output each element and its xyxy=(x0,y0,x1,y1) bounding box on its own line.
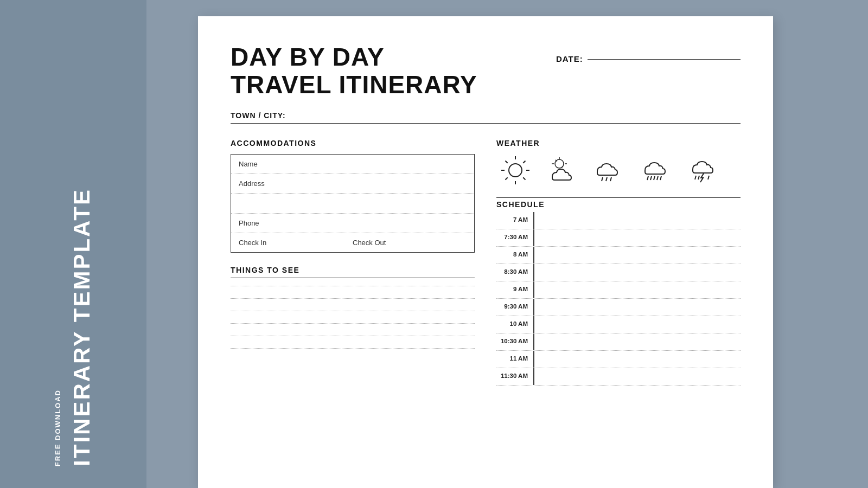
schedule-section: SCHEDULE 7 AM 7:30 AM 8 AM xyxy=(496,197,741,386)
schedule-row-5: 9:30 AM xyxy=(496,299,741,316)
svg-line-18 xyxy=(647,176,648,180)
checkin-label: Check In xyxy=(239,239,266,247)
schedule-row-2: 8 AM xyxy=(496,247,741,264)
schedule-content-8 xyxy=(534,351,741,357)
svg-line-8 xyxy=(506,177,508,179)
schedule-time-4: 9 AM xyxy=(496,281,533,294)
svg-line-17 xyxy=(610,177,611,181)
accommodation-address-label: Address xyxy=(239,179,265,188)
accommodations-title: ACCOMMODATIONS xyxy=(231,139,475,147)
heavy-rain-icon xyxy=(640,154,678,187)
checkin-item: Check In xyxy=(239,239,353,247)
page-header: DAY BY DAY TRAVEL ITINERARY DATE: xyxy=(231,43,741,98)
sidebar: FREE DOWNLOAD ITINERARY TEMPLATE xyxy=(0,0,146,488)
schedule-content-4 xyxy=(534,281,741,288)
svg-line-5 xyxy=(506,161,508,163)
schedule-title: SCHEDULE xyxy=(496,198,741,209)
partly-cloudy-rain-icon xyxy=(592,154,630,187)
things-line-3 xyxy=(231,309,475,311)
schedule-time-3: 8:30 AM xyxy=(496,264,533,277)
schedule-row-3: 8:30 AM xyxy=(496,264,741,281)
schedule-time-6: 10 AM xyxy=(496,316,533,329)
checkout-label: Check Out xyxy=(353,239,386,247)
svg-line-19 xyxy=(650,176,652,180)
accommodation-checkin-row: Check In Check Out xyxy=(231,233,474,252)
town-city-label: TOWN / CITY: xyxy=(231,111,286,120)
date-label: DATE: xyxy=(556,54,583,63)
storm-icon xyxy=(687,154,725,187)
sunny-icon xyxy=(496,154,534,187)
schedule-time-5: 9:30 AM xyxy=(496,299,533,312)
schedule-row-0: 7 AM xyxy=(496,212,741,229)
schedule-time-1: 7:30 AM xyxy=(496,229,533,242)
schedule-time-7: 10:30 AM xyxy=(496,333,533,346)
sidebar-title: ITINERARY TEMPLATE xyxy=(71,188,93,466)
svg-line-15 xyxy=(602,177,603,181)
schedule-row-6: 10 AM xyxy=(496,316,741,333)
svg-line-23 xyxy=(695,176,696,179)
schedule-content-9 xyxy=(534,368,741,375)
cloudy-icon xyxy=(544,154,582,187)
things-line-5 xyxy=(231,333,475,336)
things-line-1 xyxy=(231,284,475,286)
svg-line-7 xyxy=(523,161,525,163)
things-to-see-title: THINGS TO SEE xyxy=(231,266,475,278)
weather-title: WEATHER xyxy=(496,139,741,147)
weather-section: WEATHER xyxy=(496,139,741,187)
schedule-row-4: 9 AM xyxy=(496,281,741,299)
accommodation-address-spacer xyxy=(231,194,474,214)
things-line-2 xyxy=(231,296,475,299)
svg-line-6 xyxy=(523,177,525,179)
schedule-time-8: 11 AM xyxy=(496,351,533,364)
schedule-row-7: 10:30 AM xyxy=(496,333,741,351)
page-title: DAY BY DAY TRAVEL ITINERARY xyxy=(231,43,477,98)
svg-line-16 xyxy=(606,177,607,181)
things-line-6 xyxy=(231,346,475,349)
weather-icons xyxy=(496,154,741,187)
accommodation-name-label: Name xyxy=(239,160,258,168)
document-page: DAY BY DAY TRAVEL ITINERARY DATE: TOWN /… xyxy=(198,16,773,488)
schedule-content-6 xyxy=(534,316,741,323)
schedule-content-7 xyxy=(534,333,741,340)
accommodation-phone-row: Phone xyxy=(231,214,474,233)
schedule-time-2: 8 AM xyxy=(496,247,533,260)
accommodations-box: Name Address Phone Check In Chec xyxy=(231,154,475,253)
sidebar-text: FREE DOWNLOAD ITINERARY TEMPLATE xyxy=(54,188,93,466)
schedule-row-8: 11 AM xyxy=(496,351,741,368)
svg-line-25 xyxy=(708,176,709,179)
accommodation-phone-label: Phone xyxy=(239,219,259,227)
svg-point-0 xyxy=(509,164,522,177)
accommodation-name-row: Name xyxy=(231,155,474,174)
two-col-layout: ACCOMMODATIONS Name Address Phone Check xyxy=(231,139,741,386)
schedule-content-2 xyxy=(534,247,741,253)
svg-line-21 xyxy=(657,176,658,180)
things-to-see-lines xyxy=(231,284,475,349)
schedule-time-0: 7 AM xyxy=(496,212,533,225)
schedule-row-1: 7:30 AM xyxy=(496,229,741,247)
svg-line-22 xyxy=(660,176,661,180)
schedule-content-3 xyxy=(534,264,741,271)
schedule-content-1 xyxy=(534,229,741,236)
date-line xyxy=(588,59,741,60)
date-field: DATE: xyxy=(556,54,741,63)
svg-line-20 xyxy=(654,176,655,180)
schedule-time-9: 11:30 AM xyxy=(496,368,533,381)
town-city-row: TOWN / CITY: xyxy=(231,111,741,124)
things-line-4 xyxy=(231,321,475,324)
left-column: ACCOMMODATIONS Name Address Phone Check xyxy=(231,139,475,386)
schedule-row-9: 11:30 AM xyxy=(496,368,741,386)
sidebar-free-download: FREE DOWNLOAD xyxy=(54,389,62,466)
checkout-item: Check Out xyxy=(353,239,467,247)
svg-line-14 xyxy=(561,166,563,168)
schedule-content-0 xyxy=(534,212,741,219)
main-wrapper: DAY BY DAY TRAVEL ITINERARY DATE: TOWN /… xyxy=(146,0,868,488)
accommodation-address-row: Address xyxy=(231,174,474,194)
schedule-content-5 xyxy=(534,299,741,305)
right-column: WEATHER xyxy=(496,139,741,386)
svg-line-24 xyxy=(698,176,699,179)
